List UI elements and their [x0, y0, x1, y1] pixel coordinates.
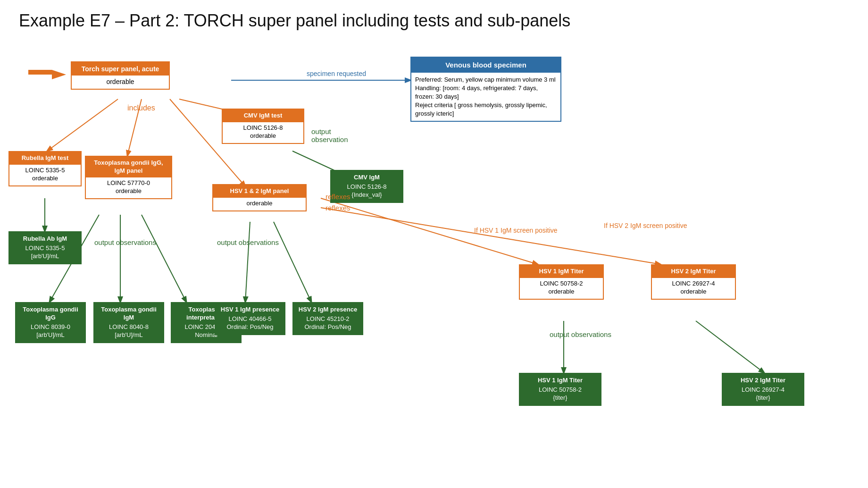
hsv2-titer-test-orderable: orderable	[656, 288, 731, 296]
cmv-test-title: CMV IgM test	[223, 109, 303, 122]
toxo-igg-obs-title: Toxoplasma gondii IgG	[20, 306, 81, 322]
output-observation-cmv-label: outputobservation	[311, 127, 348, 143]
toxo-igg-obs-unit: [arb'U]/mL	[20, 331, 81, 339]
toxo-igm-obs-box: Toxoplasma gondii IgM LOINC 8040-8 [arb'…	[93, 302, 164, 343]
hsv1-titer-test-loinc: LOINC 50758-2	[524, 280, 599, 288]
torch-panel-title: Torch super panel, acute	[72, 62, 169, 76]
toxo-igm-obs-loinc: LOINC 8040-8	[98, 323, 159, 331]
cmv-test-orderable: orderable	[226, 132, 300, 140]
toxo-igg-obs-loinc: LOINC 8039-0	[20, 323, 81, 331]
hsv1-presence-obs-box: HSV 1 IgM presence LOINC 40466-5 Ordinal…	[215, 302, 285, 335]
hsv1-titer-test-orderable: orderable	[524, 288, 599, 296]
cmv-test-loinc: LOINC 5126-8	[226, 124, 300, 132]
toxo-panel-box: Toxoplasma gondii IgG, IgM panel LOINC 5…	[85, 156, 172, 199]
toxo-panel-title: Toxoplasma gondii IgG, IgM panel	[86, 157, 171, 177]
cmv-obs-title: CMV IgM	[335, 174, 399, 182]
hsv1-titer-obs-loinc: LOINC 50758-2	[524, 386, 597, 394]
hsv1-titer-obs-box: HSV 1 IgM Titer LOINC 50758-2 {titer}	[519, 373, 601, 406]
rubella-obs-unit: [arb'U]/mL	[13, 252, 77, 261]
rubella-test-orderable: orderable	[13, 175, 77, 183]
if-hsv1-label: If HSV 1 IgM screen positive	[474, 227, 558, 234]
hsv2-titer-obs-title: HSV 2 IgM Titer	[726, 377, 800, 385]
rubella-obs-loinc: LOINC 5335-5	[13, 244, 77, 252]
toxo-panel-loinc: LOINC 57770-0	[90, 179, 167, 187]
hsv2-titer-obs-box: HSV 2 IgM Titer LOINC 26927-4 {titer}	[722, 373, 804, 406]
hsv2-titer-test-title: HSV 2 IgM Titer	[652, 265, 735, 278]
hsv1-presence-obs-loinc: LOINC 40466-5	[219, 315, 281, 323]
hsv-panel-box: HSV 1 & 2 IgM panel orderable	[212, 184, 307, 211]
hsv1-titer-obs-title: HSV 1 IgM Titer	[524, 377, 597, 385]
includes-label: includes	[127, 104, 155, 112]
hsv1-titer-obs-value: {titer}	[524, 394, 597, 402]
hsv2-presence-obs-title: HSV 2 IgM presence	[297, 306, 359, 314]
cmv-test-box: CMV IgM test LOINC 5126-8 orderable	[222, 109, 304, 144]
reflexes2-label: reflexes	[326, 204, 351, 212]
hsv-panel-orderable: orderable	[217, 200, 302, 208]
toxo-igg-obs-box: Toxoplasma gondii IgG LOINC 8039-0 [arb'…	[15, 302, 86, 343]
hsv1-titer-test-title: HSV 1 IgM Titer	[520, 265, 603, 278]
hsv-panel-title: HSV 1 & 2 IgM panel	[213, 185, 306, 198]
hsv2-presence-obs-scale: Ordinal: Pos/Neg	[297, 323, 359, 331]
venous-specimen-title: Venous blood specimen	[411, 58, 560, 73]
rubella-test-box: Rubella IgM test LOINC 5335-5 orderable	[8, 151, 82, 186]
hsv2-titer-obs-value: {titer}	[726, 394, 800, 402]
venous-specimen-details: Preferred: Serum, yellow cap minimum vol…	[415, 76, 557, 118]
output-observations-hsv-label: output observations	[217, 238, 279, 246]
specimen-requested-label: specimen requested	[307, 70, 366, 77]
hsv1-presence-obs-title: HSV 1 IgM presence	[219, 306, 281, 314]
rubella-test-title: Rubella IgM test	[9, 152, 81, 165]
output-observations-titer-label: output observations	[550, 330, 611, 338]
hsv2-presence-obs-loinc: LOINC 45210-2	[297, 315, 359, 323]
cmv-obs-loinc: LOINC 5126-8	[335, 183, 399, 191]
hsv2-titer-test-loinc: LOINC 26927-4	[656, 280, 731, 288]
hsv2-titer-test-box: HSV 2 IgM Titer LOINC 26927-4 orderable	[651, 264, 736, 300]
page-title: Example E7 – Part 2: TORCH super panel i…	[5, 2, 854, 35]
hsv1-presence-obs-scale: Ordinal: Pos/Neg	[219, 323, 281, 331]
if-hsv2-label: If HSV 2 IgM screen positive	[604, 222, 687, 229]
toxo-igm-obs-title: Toxoplasma gondii IgM	[98, 306, 159, 322]
rubella-obs-box: Rubella Ab IgM LOINC 5335-5 [arb'U]/mL	[8, 231, 82, 264]
reflexes1-label: reflexes	[326, 193, 351, 201]
output-observations-toxo-label: output observations	[94, 238, 156, 246]
venous-specimen-box: Venous blood specimen Preferred: Serum, …	[410, 57, 561, 122]
toxo-panel-orderable: orderable	[90, 187, 167, 195]
toxo-igm-obs-unit: [arb'U]/mL	[98, 331, 159, 339]
rubella-test-loinc: LOINC 5335-5	[13, 167, 77, 175]
torch-panel-subtitle: orderable	[75, 77, 165, 86]
torch-panel-box: Torch super panel, acute orderable	[71, 61, 170, 90]
hsv2-presence-obs-box: HSV 2 IgM presence LOINC 45210-2 Ordinal…	[292, 302, 363, 335]
hsv2-titer-obs-loinc: LOINC 26927-4	[726, 386, 800, 394]
rubella-obs-title: Rubella Ab IgM	[13, 235, 77, 243]
hsv1-titer-test-box: HSV 1 IgM Titer LOINC 50758-2 orderable	[519, 264, 604, 300]
